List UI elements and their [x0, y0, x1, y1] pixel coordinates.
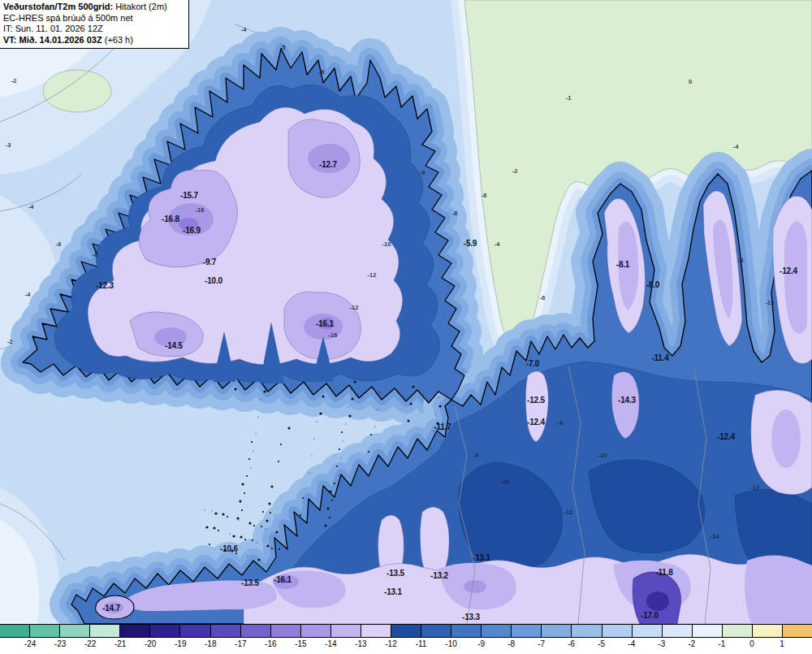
colorbar-cell: [150, 625, 180, 637]
colorbar-tick: -1: [718, 639, 725, 648]
colorbar-tick: -18: [205, 639, 216, 648]
colorbar-cell: [120, 625, 150, 637]
colorbar-cell: [90, 625, 120, 637]
colorbar-cell: [542, 625, 572, 637]
colorbar-tick: -7: [538, 639, 545, 648]
colorbar-cell: [783, 625, 812, 637]
colorbar-tick: -15: [295, 639, 306, 648]
colorbar-cell: [241, 625, 271, 637]
colorbar-tick: -13: [355, 639, 366, 648]
valid-time: VT: Mið. 14.01.2026 03Z: [3, 35, 102, 45]
colorbar-tick: -22: [84, 639, 96, 648]
colorbar-cell: [0, 625, 30, 637]
colorbar-cell: [663, 625, 693, 637]
product-subtitle: Hitakort (2m): [113, 2, 167, 11]
colorbar-tick: -2: [688, 639, 695, 648]
colorbar-cell: [633, 625, 663, 637]
colorbar-tick: 0: [749, 639, 754, 648]
colorbar-cell: [301, 625, 331, 637]
colorbar-cell: [512, 625, 542, 637]
colorbar-tick: 1: [780, 639, 784, 648]
colorbar-cell: [753, 625, 783, 637]
colorbar-tick: -24: [24, 639, 36, 648]
colorbar-cells: [0, 625, 812, 638]
colorbar-cell: [271, 625, 301, 637]
colorbar-tick: -11: [416, 639, 427, 648]
colorbar-tick: -6: [568, 639, 575, 648]
warm-patch-topleft: [43, 70, 111, 112]
colorbar-cell: [60, 625, 90, 637]
title-line-4: VT: Mið. 14.01.2026 03Z (+63 h): [3, 35, 167, 46]
title-box: Veðurstofan/T2m 500grid: Hitakort (2m) E…: [0, 0, 189, 49]
colorbar-tick: -14: [325, 639, 336, 648]
colorbar-cell: [723, 625, 753, 637]
colorbar-cell: [361, 625, 391, 637]
colorbar-cell: [603, 625, 633, 637]
colorbar-tick: -4: [628, 639, 635, 648]
colorbar-cell: [693, 625, 723, 637]
colorbar-cell: [572, 625, 602, 637]
colorbar-tick: -10: [445, 639, 456, 648]
colorbar-cell: [391, 625, 421, 637]
model-line: EC-HRES spá brúuð á 500m net: [3, 13, 167, 24]
colorbar-tick: -16: [265, 639, 276, 648]
colorbar-tick: -5: [598, 639, 605, 648]
lead-time: (+63 h): [102, 35, 133, 45]
colorbar-tick: -19: [175, 639, 186, 648]
colorbar-tick: -23: [54, 639, 66, 648]
product-title: Veðurstofan/T2m 500grid:: [3, 2, 113, 11]
colorbar-tick: -12: [385, 639, 396, 648]
colorbar-ticks: -24-23-22-21-20-19-18-17-16-15-14-13-12-…: [0, 638, 812, 654]
weather-map-screenshot: -12.7-15.7-16.8-16.9-9.7-10.0-12.3-16.1-…: [0, 0, 812, 654]
map-svg: [0, 0, 812, 624]
colorbar-cell: [482, 625, 512, 637]
colorbar-cell: [421, 625, 451, 637]
colorbar-tick: -9: [477, 639, 485, 648]
colorbar-tick: -21: [114, 639, 126, 648]
colorbar-cell: [211, 625, 241, 637]
colorbar: -24-23-22-21-20-19-18-17-16-15-14-13-12-…: [0, 624, 812, 654]
colorbar-tick: -20: [145, 639, 156, 648]
colorbar-cell: [451, 625, 482, 637]
colorbar-tick: -3: [658, 639, 665, 648]
init-time: IT: Sun. 11. 01. 2026 12Z: [3, 24, 167, 35]
title-line-1: Veðurstofan/T2m 500grid: Hitakort (2m): [3, 2, 167, 13]
map-area: -12.7-15.7-16.8-16.9-9.7-10.0-12.3-16.1-…: [0, 0, 812, 624]
island-southwest: [96, 596, 134, 619]
colorbar-cell: [180, 625, 210, 637]
colorbar-cell: [331, 625, 361, 637]
colorbar-tick: -17: [235, 639, 246, 648]
colorbar-tick: -8: [508, 639, 515, 648]
colorbar-cell: [30, 625, 60, 637]
